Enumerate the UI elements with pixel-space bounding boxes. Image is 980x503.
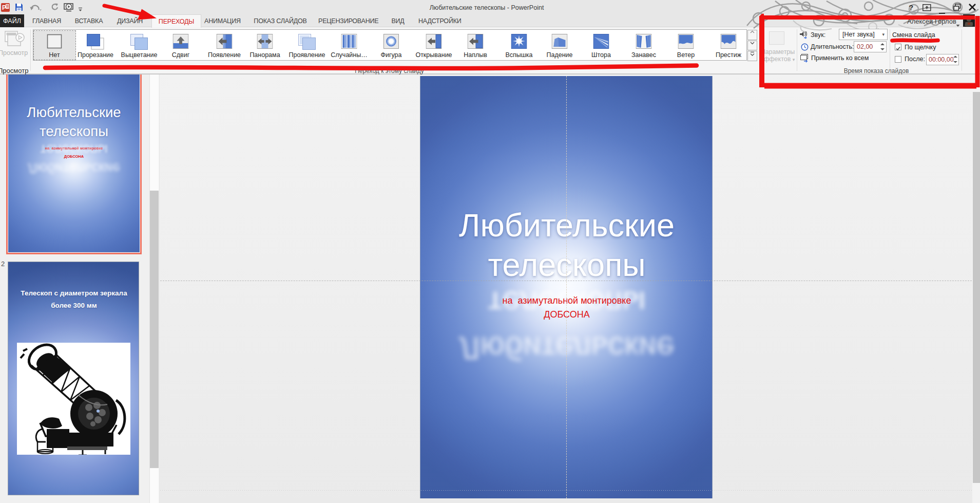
svg-text:P: P	[2, 4, 6, 11]
